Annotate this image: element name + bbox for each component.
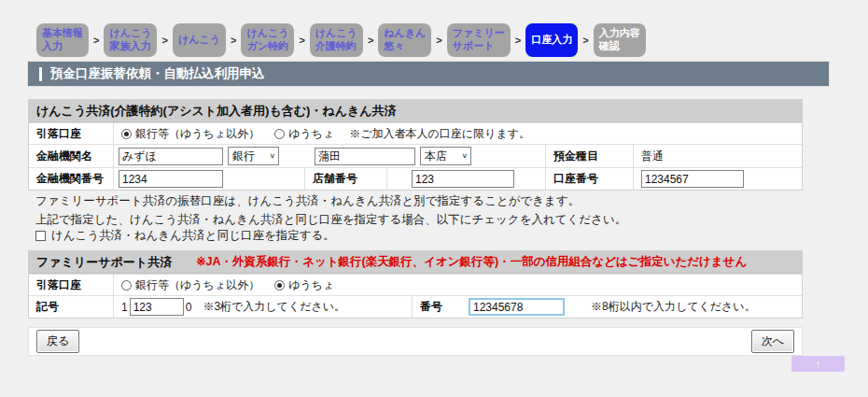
step-kenko-kaigo: けんこう 介護特約 [310, 23, 363, 57]
branch-code-cell [386, 168, 545, 190]
number-label: 番号 [420, 299, 442, 315]
symbol-cell: 1 0 ※3桁で入力してください。 [113, 296, 412, 318]
kenko-nenkin-account-table: けんこう共済(介護特約(アシスト加入者用)も含む)・ねんきん共済 引落口座 銀行… [28, 99, 803, 191]
explanation-line-2: 上記で指定した、けんこう共済・ねんきん共済と同じ口座を指定する場合、以下にチェッ… [35, 210, 626, 229]
step-kenko-family: けんこう 家族入力 [104, 23, 157, 57]
debit-account-options-2: 銀行等（ゆうちょ以外） ゆうちょ [113, 275, 802, 295]
bank-code-cell [113, 168, 304, 190]
next-button[interactable]: 次へ [751, 330, 794, 353]
title-accent-bar [39, 67, 42, 81]
step-confirm: 入力内容 確認 [594, 23, 646, 57]
bank-name-label: 金融機関名 [29, 145, 113, 167]
back-button[interactable]: 戻る [36, 330, 79, 353]
branch-type-value: 本店 [425, 149, 447, 164]
bank-code-label: 金融機関番号 [29, 168, 113, 190]
radio-yucho-2[interactable] [274, 280, 285, 291]
page-title: 預金口座振替依頼・自動払込利用申込 [50, 65, 265, 82]
step-separator: > [161, 35, 167, 46]
bank-code-input[interactable] [119, 170, 223, 188]
radio-bank-other-2[interactable] [121, 280, 132, 291]
kenko-nenkin-section-header: けんこう共済(介護特約(アシスト加入者用)も含む)・ねんきん共済 [29, 100, 802, 122]
table-row: 引落口座 銀行等（ゆうちょ以外） ゆうちょ ※ご加入者本人の口座に限ります。 [29, 122, 802, 144]
scroll-to-top-button[interactable]: ↑ [791, 356, 845, 372]
chevron-down-icon: ∨ [461, 152, 468, 160]
footer-button-bar: 戻る 次へ [28, 327, 803, 356]
branch-name-input[interactable] [315, 148, 415, 165]
chevron-down-icon: ∨ [269, 152, 275, 160]
debit-account-label: 引落口座 [29, 123, 113, 144]
symbol-input[interactable] [130, 298, 184, 316]
account-number-input[interactable] [641, 170, 744, 188]
radio-yucho-2-label: ゆうちょ [288, 277, 334, 293]
section2-warning: ※JA・外資系銀行・ネット銀行(楽天銀行、イオン銀行等)・一部の信用組合などはご… [196, 254, 747, 270]
step-nav: 基本情報 入力 > けんこう 家族入力 > けんこう > けんこう ガン特約 >… [36, 23, 646, 57]
symbol-suffix: 0 [186, 301, 192, 314]
deposit-type-value: 普通 [633, 145, 804, 167]
explanation-line-1: ファミリーサポート共済の振替口座は、けんこう共済・ねんきん共済と別で指定すること… [35, 191, 626, 210]
step-separator: > [231, 35, 236, 46]
step-separator: > [582, 35, 588, 46]
branch-code-input[interactable] [412, 170, 514, 188]
bank-type-select[interactable]: 銀行 ∨ [228, 147, 279, 165]
symbol-note: ※3桁で入力してください。 [203, 299, 345, 315]
symbol-prefix: 1 [121, 301, 128, 314]
step-kenko: けんこう [173, 23, 226, 57]
step-separator: > [299, 35, 304, 46]
family-support-explanation: ファミリーサポート共済の振替口座は、けんこう共済・ねんきん共済と別で指定すること… [35, 191, 626, 229]
debit-account-options: 銀行等（ゆうちょ以外） ゆうちょ ※ご加入者本人の口座に限ります。 [113, 123, 802, 144]
radio-bank-other[interactable] [121, 129, 132, 139]
radio-yucho[interactable] [274, 129, 285, 139]
bank-name-fields: 銀行 ∨ 本店 ∨ [113, 145, 545, 167]
step-basic-info: 基本情報 入力 [36, 23, 89, 57]
family-support-section-header: ファミリーサポート共済 ※JA・外資系銀行・ネット銀行(楽天銀行、イオン銀行等)… [29, 251, 802, 274]
radio-bank-other-label: 銀行等（ゆうちょ以外） [135, 126, 259, 142]
symbol-label: 記号 [29, 296, 113, 318]
bank-name-input[interactable] [119, 148, 223, 165]
step-separator: > [93, 35, 99, 46]
arrow-up-icon: ↑ [815, 357, 821, 371]
section1-title: けんこう共済(介護特約(アシスト加入者用)も含む)・ねんきん共済 [36, 103, 397, 120]
deposit-type-label: 預金種目 [545, 145, 633, 167]
account-number-label: 口座番号 [545, 168, 633, 190]
radio-yucho-label: ゆうちょ [288, 126, 334, 142]
step-nenkin: ねんきん 悠々 [378, 23, 431, 57]
same-account-checkbox[interactable] [35, 231, 46, 241]
radio-bank-other-2-label: 銀行等（ゆうちょ以外） [135, 277, 259, 293]
debit-account-note: ※ご加入者本人の口座に限ります。 [349, 126, 530, 142]
page: 基本情報 入力 > けんこう 家族入力 > けんこう > けんこう ガン特約 >… [0, 0, 868, 397]
account-number-cell [633, 168, 804, 190]
section2-title: ファミリーサポート共済 [36, 254, 172, 271]
step-separator: > [368, 35, 373, 46]
number-note: ※8桁以内で入力してください。 [591, 299, 756, 315]
step-kenko-gan: けんこう ガン特約 [241, 23, 294, 57]
table-row: 金融機関名 銀行 ∨ 本店 ∨ 預金種目 普通 [29, 144, 802, 167]
table-row: 記号 1 0 ※3桁で入力してください。 番号 ※8桁以内で入力してください。 [29, 295, 802, 318]
branch-code-label: 店舗番号 [304, 168, 386, 190]
step-family-support: ファミリー サポート [447, 23, 511, 57]
step-separator: > [436, 35, 441, 46]
table-row: 引落口座 銀行等（ゆうちょ以外） ゆうちょ [29, 274, 802, 295]
table-row: 金融機関番号 店舗番号 口座番号 [29, 167, 802, 190]
step-account-input-current: 口座入力 [525, 23, 578, 57]
number-cell: 番号 ※8桁以内で入力してください。 [412, 296, 804, 318]
number-input[interactable] [469, 298, 565, 316]
step-separator: > [515, 35, 521, 46]
debit-account-label-2: 引落口座 [29, 275, 113, 295]
bank-type-value: 銀行 [232, 149, 255, 164]
branch-type-select[interactable]: 本店 ∨ [420, 147, 471, 165]
same-account-checkbox-label: けんこう共済・ねんきん共済と同じ口座を指定する。 [51, 228, 335, 244]
page-title-bar: 預金口座振替依頼・自動払込利用申込 [28, 62, 829, 86]
family-support-account-table: ファミリーサポート共済 ※JA・外資系銀行・ネット銀行(楽天銀行、イオン銀行等)… [28, 250, 803, 319]
same-account-check-row: けんこう共済・ねんきん共済と同じ口座を指定する。 [35, 228, 335, 244]
